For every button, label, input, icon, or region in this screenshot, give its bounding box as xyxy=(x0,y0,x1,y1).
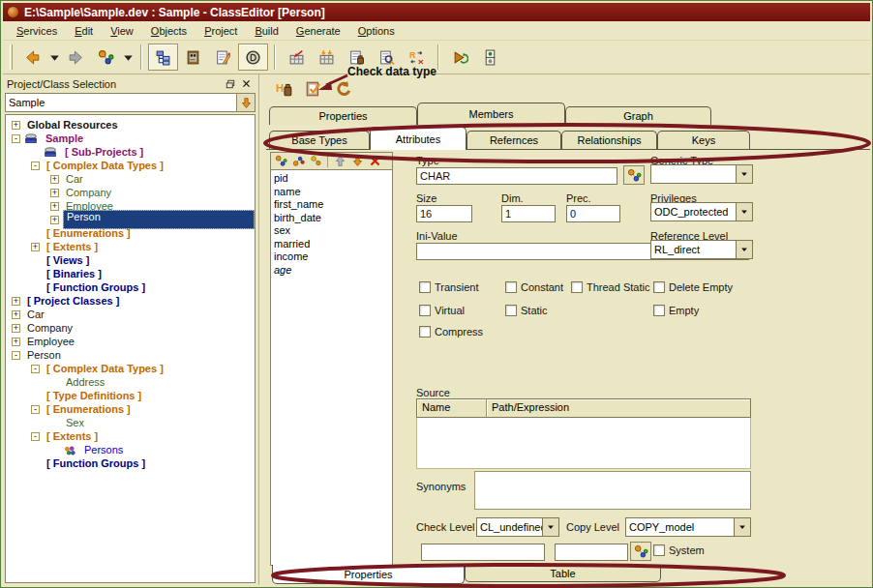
class-selector[interactable]: Sample xyxy=(5,93,256,112)
tree-item-persons[interactable]: Persons xyxy=(6,443,255,456)
checkbox-delete-empty[interactable]: Delete Empty xyxy=(653,281,733,293)
attribute-item-pid[interactable]: pid xyxy=(274,172,392,186)
panel-splitter[interactable] xyxy=(259,74,266,585)
expand-icon[interactable]: + xyxy=(50,189,59,197)
copy-level-select[interactable]: COPY_model xyxy=(625,517,751,537)
tree-item-function-groups[interactable]: [ Function Groups ] xyxy=(6,280,255,294)
attribute-item-first-name[interactable]: first_name xyxy=(274,198,392,212)
tree-view-button[interactable] xyxy=(148,44,178,71)
attribute-link-button[interactable] xyxy=(308,154,323,168)
menu-generate[interactable]: Generate xyxy=(288,23,348,39)
expand-icon[interactable]: + xyxy=(50,216,59,224)
tree-item-complex-data-types[interactable]: -[ Complex Data Types ] xyxy=(6,159,255,172)
type-input[interactable] xyxy=(416,167,617,185)
checkbox-box[interactable] xyxy=(653,281,665,293)
tree-item-car[interactable]: +Car xyxy=(6,308,255,321)
privileges-select[interactable]: ODC_protected xyxy=(650,202,753,221)
checkbox-box[interactable] xyxy=(419,281,431,293)
extra-field-1[interactable] xyxy=(421,544,545,561)
tree-item-address[interactable]: Address xyxy=(6,375,255,389)
type-browse-button[interactable] xyxy=(623,165,645,185)
goto-object-dropdown[interactable] xyxy=(121,44,135,71)
tree-item-project-classes[interactable]: +[ Project Classes ] xyxy=(6,294,255,308)
menu-services[interactable]: Services xyxy=(9,23,65,39)
tab-top-properties[interactable]: Properties xyxy=(269,106,417,125)
attribute-copy-button[interactable] xyxy=(290,154,306,168)
toggle-state-button[interactable] xyxy=(475,44,505,71)
tab-sub-base-types[interactable]: Base Types xyxy=(269,131,370,149)
prec-input[interactable] xyxy=(566,205,620,222)
check-data-type-button[interactable] xyxy=(303,78,324,100)
tree-item-enumerations[interactable]: -[ Enumerations ] xyxy=(6,402,255,416)
extra-browse-button[interactable] xyxy=(630,542,651,561)
menu-edit[interactable]: Edit xyxy=(67,23,101,39)
revert-button[interactable] xyxy=(332,78,353,100)
float-panel-button[interactable] xyxy=(223,77,237,91)
tab-sub-keys[interactable]: Keys xyxy=(657,131,750,149)
checkbox-box[interactable] xyxy=(419,305,431,316)
checkbox-compress[interactable]: Compress xyxy=(419,326,483,338)
attribute-item-sex[interactable]: sex xyxy=(274,224,392,238)
attribute-item-income[interactable]: income xyxy=(274,250,392,264)
attribute-item-age[interactable]: age xyxy=(274,264,392,278)
tab-sub-relationships[interactable]: Relationships xyxy=(561,131,657,149)
checkbox-box[interactable] xyxy=(653,305,665,316)
attribute-item-married[interactable]: married xyxy=(274,238,392,251)
checkbox-box[interactable] xyxy=(653,544,665,556)
history-button[interactable]: H xyxy=(274,78,295,100)
attribute-move-down-button[interactable] xyxy=(349,154,365,168)
check-level-select[interactable]: CL_undefined xyxy=(476,517,559,537)
collapse-icon[interactable]: - xyxy=(31,432,40,441)
expand-icon[interactable]: + xyxy=(50,175,59,184)
run-button[interactable] xyxy=(445,44,475,71)
tree-item-global-resources[interactable]: +Global Resources xyxy=(6,118,255,132)
attribute-move-up-button[interactable] xyxy=(332,154,347,168)
synonyms-input[interactable] xyxy=(474,471,751,510)
tree-item-extents[interactable]: -[ Extents ] xyxy=(6,429,255,443)
back-button[interactable] xyxy=(17,44,47,71)
tree-item-company[interactable]: +Company xyxy=(6,186,255,199)
tab-bottom-properties[interactable]: Properties xyxy=(272,565,465,584)
checkbox-box[interactable] xyxy=(505,281,517,293)
expand-icon[interactable]: + xyxy=(50,202,59,211)
checkbox-box[interactable] xyxy=(571,281,583,293)
source-table-body[interactable] xyxy=(416,418,751,469)
tree-item-sub-projects[interactable]: [ Sub-Projects ] xyxy=(6,145,255,159)
tree-item-type-definitions[interactable]: [ Type Definitions ] xyxy=(6,389,255,402)
expand-icon[interactable]: + xyxy=(12,338,20,346)
generic-type-select[interactable] xyxy=(650,164,753,184)
source-path-column[interactable]: Path/Expression xyxy=(487,399,750,417)
edit-source-button[interactable] xyxy=(208,44,238,71)
attribute-delete-button[interactable] xyxy=(367,154,382,168)
title-bar[interactable]: E:\Sample\Sample.dev : Sample - ClassEdi… xyxy=(3,3,870,21)
import-table-button[interactable] xyxy=(282,44,312,71)
tab-sub-attributes[interactable]: Attributes xyxy=(370,127,467,150)
tree-item-company[interactable]: +Company xyxy=(6,321,255,335)
tab-bottom-table[interactable]: Table xyxy=(465,566,661,582)
collapse-icon[interactable]: - xyxy=(31,365,40,373)
expand-icon[interactable]: + xyxy=(12,310,20,319)
library-button[interactable] xyxy=(178,44,208,71)
collapse-icon[interactable]: - xyxy=(12,134,20,143)
collapse-icon[interactable]: - xyxy=(31,162,40,170)
attribute-item-name[interactable]: name xyxy=(274,186,392,199)
menu-objects[interactable]: Objects xyxy=(143,23,195,39)
tree-item-function-groups[interactable]: [ Function Groups ] xyxy=(6,456,255,470)
export-table-button[interactable] xyxy=(312,44,342,71)
attribute-item-birth-date[interactable]: birth_date xyxy=(274,212,392,225)
tree-item-sample[interactable]: -Sample xyxy=(6,132,255,145)
checkbox-constant[interactable]: Constant xyxy=(505,281,563,293)
expand-icon[interactable]: + xyxy=(12,121,20,130)
collapse-icon[interactable]: - xyxy=(31,405,40,414)
menu-build[interactable]: Build xyxy=(247,23,286,39)
checkbox-box[interactable] xyxy=(419,326,431,338)
tree-item-car[interactable]: +Car xyxy=(6,172,255,186)
checkbox-virtual[interactable]: Virtual xyxy=(419,305,465,316)
tree-item-person[interactable]: -Person xyxy=(6,348,255,362)
close-panel-button[interactable] xyxy=(239,77,254,91)
tree-item-complex-data-types[interactable]: -[ Complex Data Types ] xyxy=(6,362,255,375)
back-history-dropdown[interactable] xyxy=(47,44,61,71)
dim-input[interactable] xyxy=(501,205,556,222)
checkbox-empty[interactable]: Empty xyxy=(653,305,699,316)
reference-level-select[interactable]: RL_direct xyxy=(650,240,753,259)
